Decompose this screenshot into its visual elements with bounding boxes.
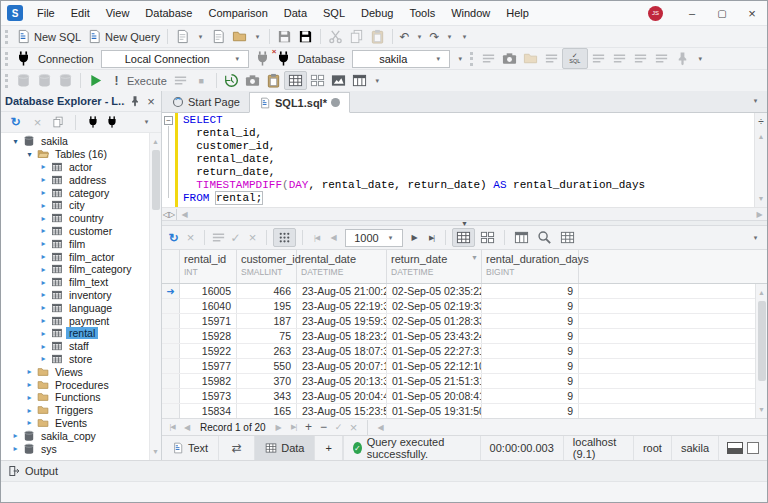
comment-lines-button[interactable] (478, 50, 499, 67)
tree-item-events[interactable]: Events (1, 417, 149, 430)
tab-close-icon[interactable] (331, 98, 340, 107)
page-size-dropdown-icon[interactable] (383, 230, 398, 245)
chevron-right-icon[interactable] (39, 342, 48, 351)
menu-debug[interactable]: Debug (353, 1, 401, 25)
new-connection-button[interactable] (13, 50, 34, 67)
cell[interactable]: 02-Sep-05 02:35:22 (387, 284, 482, 298)
menu-tools[interactable]: Tools (401, 1, 443, 25)
uncomment-button[interactable] (651, 50, 672, 67)
chevron-down-icon[interactable] (11, 137, 20, 146)
new-sql-button[interactable]: New SQL (13, 28, 84, 45)
user-avatar[interactable]: JS (648, 6, 663, 21)
menu-database[interactable]: Database (137, 1, 200, 25)
tree-item-customer[interactable]: customer (1, 225, 149, 238)
tree-item-language[interactable]: language (1, 301, 149, 314)
page-size-select[interactable]: 1000 (345, 229, 403, 247)
scroll-left-icon[interactable] (375, 421, 387, 433)
tree-item-film-text[interactable]: film_text (1, 276, 149, 289)
table-row[interactable]: 1597118723-Aug-05 19:59:3302-Sep-05 01:2… (162, 314, 755, 329)
bookmark-button[interactable] (672, 50, 693, 67)
execute-to-cursor-button[interactable] (170, 72, 191, 89)
table-row[interactable]: 1597755023-Aug-05 20:07:1001-Sep-05 22:1… (162, 359, 755, 374)
column-visibility-button[interactable] (511, 229, 532, 246)
tree-scrollbar[interactable] (149, 133, 161, 460)
redo-icon[interactable] (427, 29, 442, 44)
cell[interactable]: 16005 (180, 284, 237, 298)
scroll-down-icon[interactable] (754, 191, 768, 206)
cell[interactable]: 02-Sep-05 02:19:33 (387, 299, 482, 313)
cell[interactable]: 15971 (180, 314, 237, 328)
grid-view-button[interactable] (452, 228, 475, 247)
scrollbar-thumb[interactable] (152, 150, 160, 210)
first-page-icon[interactable] (309, 230, 324, 245)
menu-comparison[interactable]: Comparison (200, 1, 275, 25)
results-overflow-icon[interactable] (748, 230, 763, 245)
new-document-dropdown-icon[interactable] (193, 29, 208, 44)
database-extra-dropdown-icon[interactable] (453, 51, 468, 66)
chevron-right-icon[interactable] (39, 329, 48, 338)
chevron-right-icon[interactable] (25, 367, 34, 376)
table-row[interactable]: 159287523-Aug-05 18:23:2401-Sep-05 23:43… (162, 329, 755, 344)
table-row[interactable]: 1598237023-Aug-05 20:13:3101-Sep-05 21:5… (162, 374, 755, 389)
execute-button[interactable] (85, 72, 106, 89)
cell[interactable]: 9 (482, 299, 579, 313)
chevron-right-icon[interactable] (25, 380, 34, 389)
scroll-up-icon[interactable] (754, 129, 768, 144)
chevron-right-icon[interactable] (39, 303, 48, 312)
tree-item-inventory[interactable]: inventory (1, 289, 149, 302)
undo-dropdown-icon[interactable] (412, 29, 427, 44)
stop-button[interactable] (191, 72, 212, 89)
cell[interactable]: 23-Aug-05 19:59:33 (297, 314, 387, 328)
split-editor-handle[interactable] (754, 114, 768, 129)
menu-edit[interactable]: Edit (63, 1, 98, 25)
redo-dropdown-icon[interactable] (442, 29, 457, 44)
toolbar-overflow-icon[interactable] (370, 73, 385, 88)
filter-icon[interactable]: ▼ (471, 254, 478, 261)
tree-item-category[interactable]: category (1, 186, 149, 199)
connect-button[interactable] (252, 50, 273, 67)
tree-item-views[interactable]: Views (1, 365, 149, 378)
new-document-button[interactable] (172, 28, 193, 45)
decrease-indent-button[interactable] (588, 50, 609, 67)
open-file-dropdown-icon[interactable] (250, 29, 265, 44)
chevron-right-icon[interactable] (39, 239, 48, 248)
toolbar-overflow-icon[interactable] (457, 29, 472, 44)
column-header-rental-date[interactable]: rental_dateDATETIME (297, 250, 387, 283)
apply-changes-icon[interactable] (228, 230, 243, 245)
toggle-layout-icon[interactable] (747, 442, 759, 454)
increase-indent-button[interactable] (609, 50, 630, 67)
delete-icon[interactable] (30, 115, 45, 130)
paste-to-grid-button[interactable] (263, 72, 284, 89)
open-scripts-folder-button[interactable] (520, 50, 541, 67)
sql-format-check-button[interactable]: ✓SQL (562, 48, 588, 69)
new-window-button[interactable] (349, 72, 370, 89)
toolbar-grip[interactable] (5, 30, 9, 44)
cell[interactable]: 16040 (180, 299, 237, 313)
column-header-return-date[interactable]: return_dateDATETIME▼ (387, 250, 482, 283)
tree-item-sys[interactable]: sys (1, 442, 149, 455)
discard-changes-icon[interactable] (245, 230, 260, 245)
toolbar-grip[interactable] (470, 52, 474, 66)
cell[interactable]: 263 (237, 344, 297, 358)
append-record-icon[interactable] (303, 421, 315, 433)
toolbar-overflow-icon[interactable] (693, 51, 708, 66)
new-connection-plug-icon[interactable] (87, 116, 99, 128)
cell[interactable]: 466 (237, 284, 297, 298)
output-panel-bar[interactable]: Output (1, 460, 767, 481)
cell[interactable]: 01-Sep-05 21:51:31 (387, 374, 482, 388)
save-all-button[interactable] (295, 28, 316, 45)
cell[interactable]: 15928 (180, 329, 237, 343)
scroll-down-icon[interactable] (754, 402, 768, 417)
chevron-right-icon[interactable] (39, 175, 48, 184)
tree-item-actor[interactable]: actor (1, 161, 149, 174)
pin-icon[interactable] (129, 95, 141, 107)
visualize-button[interactable] (328, 72, 349, 89)
menu-window[interactable]: Window (443, 1, 498, 25)
query-snapshot-button[interactable] (242, 72, 263, 89)
menu-file[interactable]: File (29, 1, 63, 25)
swap-layout-button[interactable] (219, 436, 255, 460)
toggle-bottom-panel-icon[interactable] (727, 442, 743, 454)
tree-item-city[interactable]: city (1, 199, 149, 212)
cell[interactable]: 15922 (180, 344, 237, 358)
tree-item-rental[interactable]: rental (1, 327, 149, 340)
